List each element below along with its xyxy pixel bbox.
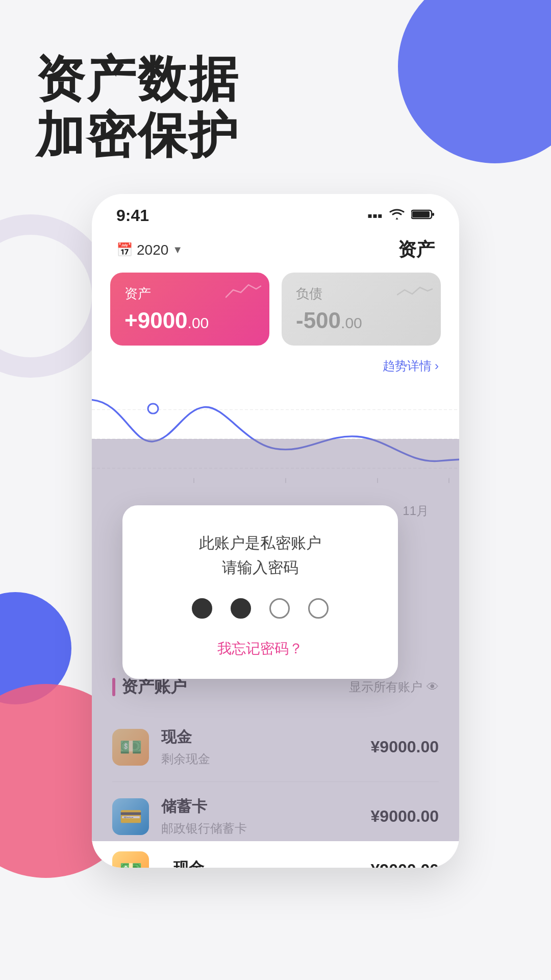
pin-dots[interactable]: [143, 598, 378, 619]
svg-rect-1: [412, 211, 430, 217]
dropdown-arrow-icon: ▼: [172, 244, 183, 256]
forgot-password-link[interactable]: 我忘记密码？: [143, 639, 378, 658]
liability-chart-decoration: [397, 280, 433, 302]
svg-rect-2: [432, 213, 434, 216]
pin-dot-1: [192, 598, 212, 619]
app-header: 📅 2020 ▼ 资产: [92, 229, 459, 273]
partial-cash-info: 现金: [173, 858, 359, 868]
partial-cash-amount: ¥9000.00: [371, 861, 439, 868]
signal-icon: ▪▪▪: [367, 208, 383, 224]
trend-link[interactable]: 趋势详情 ›: [383, 358, 439, 374]
pin-dot-3: [269, 598, 290, 619]
asset-card[interactable]: 资产 +9000.00: [110, 273, 269, 346]
asset-chart-decoration: [226, 280, 261, 302]
password-dialog: 此账户是私密账户 请输入密码 我忘记密码？: [122, 505, 398, 679]
hero-title: 资产数据 加密保护: [36, 51, 240, 164]
battery-icon: [411, 208, 435, 224]
phone-mockup: 9:41 ▪▪▪: [92, 194, 459, 868]
bg-circle-top-right: [398, 0, 551, 163]
pin-dot-4: [308, 598, 329, 619]
dialog-title-line2: 请输入密码: [143, 555, 378, 580]
liability-card-amount: -500.00: [296, 308, 427, 333]
status-time: 9:41: [116, 206, 149, 225]
year-label: 2020: [137, 242, 168, 258]
svg-point-10: [148, 404, 158, 413]
asset-amount-value: +9000: [124, 308, 188, 333]
asset-amount-decimal: .00: [188, 314, 209, 331]
asset-card-amount: +9000.00: [124, 308, 255, 333]
partial-cash-icon: 💵: [112, 851, 149, 868]
partial-cash-name: 现金: [173, 858, 359, 868]
status-bar: 9:41 ▪▪▪: [92, 194, 459, 229]
dialog-title-line1: 此账户是私密账户: [143, 531, 378, 555]
hero-title-line2: 加密保护: [36, 108, 240, 162]
page-title: 资产: [398, 237, 435, 262]
trend-link-text: 趋势详情: [383, 358, 432, 374]
dialog-title: 此账户是私密账户 请输入密码: [143, 531, 378, 580]
dialog-overlay: 💵 现金 ¥9000.00 此账户是私密账户 请输入密码 我忘记密码？: [92, 439, 459, 868]
liability-card[interactable]: 负债 -500.00: [282, 273, 441, 346]
pin-dot-2: [231, 598, 251, 619]
trend-chevron-icon: ›: [435, 359, 439, 373]
wifi-icon: [389, 208, 405, 224]
trend-header: 趋势详情 ›: [92, 358, 459, 380]
status-icons: ▪▪▪: [367, 208, 435, 224]
liability-amount-decimal: .00: [341, 314, 362, 331]
partial-account-row: 💵 现金 ¥9000.00: [92, 841, 459, 868]
year-selector[interactable]: 📅 2020 ▼: [116, 242, 183, 258]
asset-cards: 资产 +9000.00 负债 -500.00: [92, 273, 459, 358]
hero-title-line1: 资产数据: [36, 52, 240, 106]
calendar-icon: 📅: [116, 242, 133, 258]
liability-amount-value: -500: [296, 308, 341, 333]
